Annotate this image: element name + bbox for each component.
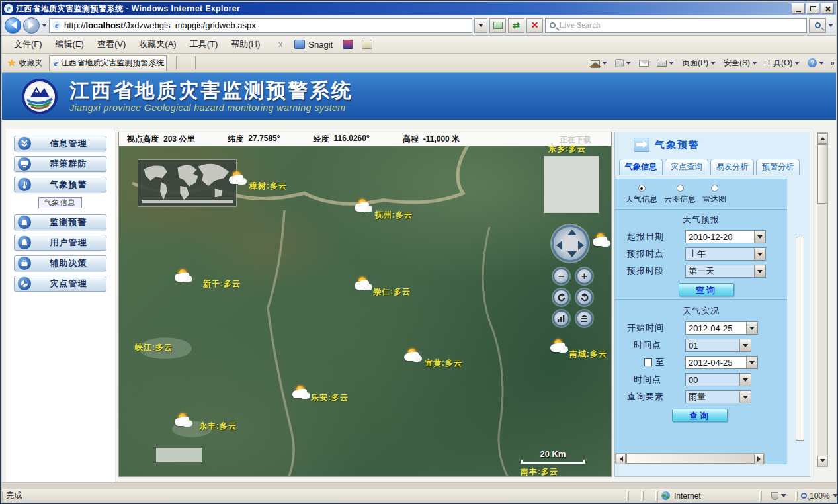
weather-marker[interactable]: 抚州:多云 bbox=[375, 208, 413, 221]
pan-down-icon[interactable] bbox=[567, 251, 577, 257]
partly-cloudy-icon[interactable] bbox=[549, 339, 571, 357]
actual-query-button[interactable]: 查询 bbox=[672, 409, 728, 422]
end-hour-select[interactable]: 00 bbox=[685, 373, 751, 386]
partly-cloudy-icon[interactable] bbox=[173, 269, 196, 286]
weather-marker[interactable]: 南城:多云 bbox=[569, 347, 607, 360]
snagit-edit-icon[interactable] bbox=[362, 40, 372, 49]
page-tab[interactable]: e 江西省地质灾害监测预警系统 bbox=[49, 55, 167, 71]
to-checkbox[interactable] bbox=[644, 358, 652, 366]
favorites-label[interactable]: 收藏夹 bbox=[19, 58, 42, 69]
forward-button[interactable] bbox=[23, 17, 40, 34]
panel-horizontal-scrollbar[interactable] bbox=[615, 453, 765, 464]
dropdown-button[interactable] bbox=[739, 339, 751, 351]
partly-cloudy-icon[interactable] bbox=[291, 386, 314, 403]
tab-warning-analysis[interactable]: 预警分析 bbox=[756, 159, 800, 175]
safety-menu-button[interactable]: 安全(S) bbox=[722, 56, 759, 70]
protected-mode-button[interactable] bbox=[761, 491, 796, 501]
rotate-ccw-button[interactable] bbox=[576, 289, 593, 306]
menu-file[interactable]: 文件(F) bbox=[7, 36, 49, 52]
home-button[interactable] bbox=[589, 57, 609, 69]
scroll-left-button[interactable] bbox=[616, 454, 626, 464]
rotate-cw-button[interactable] bbox=[553, 289, 569, 306]
forecast-time-select[interactable]: 上午 bbox=[685, 247, 766, 261]
dropdown-button[interactable] bbox=[746, 357, 757, 368]
search-options-icon[interactable] bbox=[828, 24, 833, 30]
dropdown-button[interactable] bbox=[754, 248, 765, 260]
partly-cloudy-icon[interactable] bbox=[228, 171, 250, 189]
weather-marker[interactable]: 东乡:多云 bbox=[548, 142, 586, 155]
scrollbar-thumb[interactable] bbox=[626, 454, 762, 464]
satellite-imagery[interactable]: 东乡:多云 樟树:多云 抚州:多云 新干:多云 崇仁:多云 峡江:多云 宜黄:多… bbox=[119, 146, 611, 476]
dropdown-button[interactable] bbox=[739, 391, 751, 403]
weather-marker[interactable]: 宜黄:多云 bbox=[425, 357, 462, 369]
url-dropdown-button[interactable] bbox=[474, 18, 487, 33]
end-date-select[interactable]: 2012-04-25 bbox=[685, 356, 758, 369]
query-element-select[interactable]: 雨量 bbox=[685, 390, 751, 403]
snagit-toolbar[interactable]: Snagit bbox=[294, 40, 372, 50]
menu-view[interactable]: 查看(V) bbox=[91, 36, 132, 52]
weather-marker[interactable]: 永丰:多云 bbox=[199, 419, 237, 432]
menu-favorites[interactable]: 收藏夹(A) bbox=[132, 36, 183, 52]
favorites-star-icon[interactable]: ★ bbox=[7, 57, 16, 69]
partly-cloudy-icon[interactable] bbox=[403, 349, 425, 366]
radio-radar-image[interactable]: 雷达图 bbox=[702, 185, 726, 205]
back-button[interactable] bbox=[5, 17, 21, 34]
sidebar-subitem-weather-info[interactable]: 气象信息 bbox=[38, 197, 82, 208]
radio-weather-info[interactable]: 天气信息 bbox=[626, 185, 657, 205]
zoom-out-button[interactable]: − bbox=[553, 268, 569, 284]
dropdown-button[interactable] bbox=[754, 231, 765, 243]
pan-right-icon[interactable] bbox=[578, 241, 584, 250]
forecast-date-select[interactable]: 2010-12-20 bbox=[685, 230, 766, 243]
zoom-control[interactable]: 100% bbox=[797, 491, 838, 501]
scrollbar-thumb[interactable] bbox=[817, 144, 827, 204]
dropdown-button[interactable] bbox=[746, 322, 757, 334]
search-input[interactable]: Live Search bbox=[545, 18, 807, 33]
more-toolbar-button[interactable]: » bbox=[830, 58, 833, 67]
radio-cloud-image[interactable]: 云图信息 bbox=[664, 185, 696, 205]
radio-icon[interactable] bbox=[711, 185, 718, 192]
page-vertical-scrollbar[interactable] bbox=[817, 132, 828, 467]
toolbar-close-button[interactable]: x bbox=[278, 40, 282, 49]
partly-cloudy-icon[interactable] bbox=[353, 277, 376, 294]
menu-edit[interactable]: 编辑(E) bbox=[49, 36, 91, 52]
help-button[interactable]: ? bbox=[806, 57, 826, 69]
sidebar-item-decision-support[interactable]: 辅助决策 bbox=[14, 255, 106, 271]
weather-marker[interactable]: 峡江:多云 bbox=[135, 341, 173, 353]
history-dropdown-icon[interactable] bbox=[42, 24, 47, 30]
pan-left-icon[interactable] bbox=[556, 241, 562, 250]
scroll-down-button[interactable] bbox=[817, 456, 827, 466]
tab-weather-info[interactable]: 气象信息 bbox=[619, 159, 663, 175]
map-viewport[interactable]: 视点高度203 公里 纬度27.7585° 经度116.0260° 高程-11,… bbox=[118, 132, 612, 477]
weather-marker[interactable]: 乐安:多云 bbox=[311, 391, 349, 403]
partly-cloudy-icon[interactable] bbox=[353, 199, 376, 216]
weather-marker[interactable]: 崇仁:多云 bbox=[373, 285, 411, 298]
weather-marker[interactable]: 南丰:多云 bbox=[521, 465, 558, 477]
feeds-button[interactable] bbox=[613, 58, 633, 69]
sidebar-item-weather-warning[interactable]: 气象预警 bbox=[14, 177, 106, 192]
start-hour-select[interactable]: 01 bbox=[685, 339, 751, 352]
mail-button[interactable] bbox=[637, 58, 651, 68]
dropdown-button[interactable] bbox=[754, 265, 765, 277]
tab-susceptibility-analysis[interactable]: 易发分析 bbox=[710, 159, 754, 175]
sidebar-item-group-prevention[interactable]: 群策群防 bbox=[14, 156, 106, 172]
refresh-button[interactable]: ⇄ bbox=[508, 18, 524, 33]
print-button[interactable] bbox=[655, 58, 676, 69]
url-field[interactable]: e http://localhost/Jxdzwebgis_mapgis/gri… bbox=[49, 18, 472, 33]
tab-hazard-query[interactable]: 灾点查询 bbox=[665, 159, 708, 175]
sidebar-item-monitor-warning[interactable]: 监测预警 bbox=[14, 214, 106, 230]
pan-control[interactable] bbox=[552, 225, 589, 262]
overview-world-map[interactable] bbox=[138, 159, 237, 207]
search-go-button[interactable] bbox=[809, 18, 826, 33]
sidebar-item-info-management[interactable]: 信息管理 bbox=[14, 136, 106, 151]
partly-cloudy-icon[interactable] bbox=[591, 233, 612, 251]
zoom-in-button[interactable]: + bbox=[576, 268, 593, 284]
maximize-button[interactable] bbox=[806, 3, 819, 14]
menu-tools[interactable]: 工具(T) bbox=[183, 36, 225, 52]
dropdown-button[interactable] bbox=[739, 374, 751, 386]
pan-up-icon[interactable] bbox=[567, 230, 577, 235]
tilt-button[interactable] bbox=[553, 310, 569, 327]
forecast-period-select[interactable]: 第一天 bbox=[685, 265, 766, 278]
sidebar-item-hazard-point-management[interactable]: 灾点管理 bbox=[14, 276, 106, 292]
radio-selected-icon[interactable] bbox=[638, 185, 646, 192]
sidebar-item-user-management[interactable]: 用户管理 bbox=[14, 235, 106, 251]
